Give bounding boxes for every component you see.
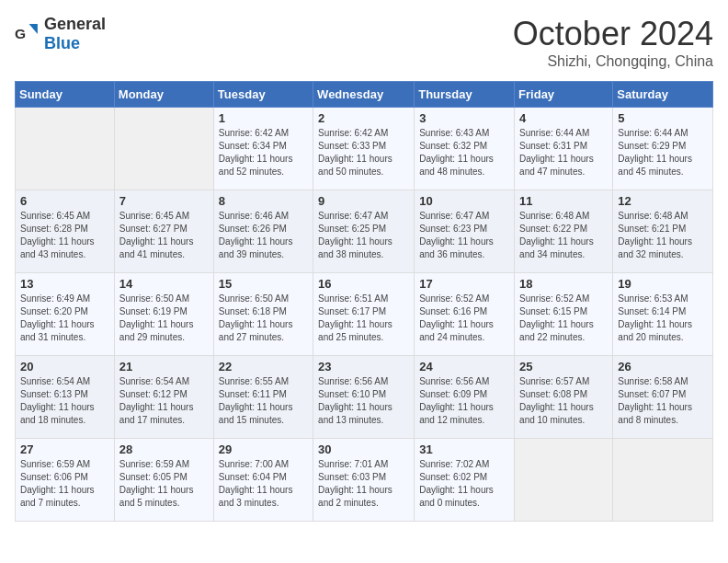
cell-info: Sunrise: 6:47 AM Sunset: 6:25 PM Dayligh… [318,210,409,261]
calendar-cell: 20Sunrise: 6:54 AM Sunset: 6:13 PM Dayli… [16,356,115,439]
calendar-cell: 19Sunrise: 6:53 AM Sunset: 6:14 PM Dayli… [613,273,713,356]
cell-info: Sunrise: 6:45 AM Sunset: 6:28 PM Dayligh… [20,210,109,261]
calendar-cell: 1Sunrise: 6:42 AM Sunset: 6:34 PM Daylig… [213,108,313,190]
calendar-cell: 14Sunrise: 6:50 AM Sunset: 6:19 PM Dayli… [114,273,213,356]
calendar-cell: 30Sunrise: 7:01 AM Sunset: 6:03 PM Dayli… [313,439,415,522]
cell-info: Sunrise: 6:56 AM Sunset: 6:10 PM Dayligh… [318,375,409,427]
calendar-cell: 23Sunrise: 6:56 AM Sunset: 6:10 PM Dayli… [313,356,415,439]
day-number: 13 [20,277,109,291]
day-number: 19 [618,277,708,291]
cell-info: Sunrise: 6:50 AM Sunset: 6:19 PM Dayligh… [119,293,209,344]
day-number: 6 [20,194,109,208]
cell-info: Sunrise: 6:51 AM Sunset: 6:17 PM Dayligh… [318,293,409,344]
day-number: 2 [318,111,409,125]
weekday-header: Friday [515,82,613,108]
day-number: 10 [419,194,509,208]
day-number: 4 [519,111,608,125]
day-number: 9 [318,194,409,208]
calendar-cell: 21Sunrise: 6:54 AM Sunset: 6:12 PM Dayli… [114,356,213,439]
calendar-cell: 26Sunrise: 6:58 AM Sunset: 6:07 PM Dayli… [613,356,713,439]
day-number: 5 [618,111,708,125]
calendar-week-row: 13Sunrise: 6:49 AM Sunset: 6:20 PM Dayli… [16,273,713,356]
cell-info: Sunrise: 6:52 AM Sunset: 6:16 PM Dayligh… [419,293,509,344]
day-number: 28 [119,442,209,456]
calendar-cell [515,439,613,522]
calendar-cell: 5Sunrise: 6:44 AM Sunset: 6:29 PM Daylig… [613,108,713,190]
month-title: October 2024 [513,15,713,53]
calendar-cell: 6Sunrise: 6:45 AM Sunset: 6:28 PM Daylig… [16,190,115,273]
calendar-week-row: 27Sunrise: 6:59 AM Sunset: 6:06 PM Dayli… [16,439,713,522]
day-number: 7 [119,194,209,208]
calendar-cell: 2Sunrise: 6:42 AM Sunset: 6:33 PM Daylig… [313,108,415,190]
weekday-header: Saturday [613,82,713,108]
calendar-cell: 12Sunrise: 6:48 AM Sunset: 6:21 PM Dayli… [613,190,713,273]
logo-icon: G [15,21,40,47]
day-number: 30 [318,442,409,456]
cell-info: Sunrise: 6:42 AM Sunset: 6:33 PM Dayligh… [318,127,409,178]
cell-info: Sunrise: 6:50 AM Sunset: 6:18 PM Dayligh… [219,293,308,344]
title-area: October 2024 Shizhi, Chongqing, China [513,15,713,70]
calendar-cell: 24Sunrise: 6:56 AM Sunset: 6:09 PM Dayli… [415,356,515,439]
weekday-header: Monday [114,82,213,108]
weekday-row: SundayMondayTuesdayWednesdayThursdayFrid… [16,82,713,108]
day-number: 20 [20,360,109,373]
day-number: 15 [219,277,308,291]
calendar-cell: 28Sunrise: 6:59 AM Sunset: 6:05 PM Dayli… [114,439,213,522]
calendar-cell: 25Sunrise: 6:57 AM Sunset: 6:08 PM Dayli… [515,356,613,439]
cell-info: Sunrise: 6:59 AM Sunset: 6:06 PM Dayligh… [20,458,109,510]
calendar-cell [613,439,713,522]
calendar-cell: 31Sunrise: 7:02 AM Sunset: 6:02 PM Dayli… [415,439,515,522]
cell-info: Sunrise: 6:52 AM Sunset: 6:15 PM Dayligh… [519,293,608,344]
day-number: 18 [519,277,608,291]
calendar-cell: 22Sunrise: 6:55 AM Sunset: 6:11 PM Dayli… [213,356,313,439]
calendar-cell: 29Sunrise: 7:00 AM Sunset: 6:04 PM Dayli… [213,439,313,522]
day-number: 31 [419,442,509,456]
weekday-header: Thursday [415,82,515,108]
svg-text:G: G [15,26,26,41]
weekday-header: Tuesday [213,82,313,108]
cell-info: Sunrise: 6:48 AM Sunset: 6:21 PM Dayligh… [618,210,708,261]
logo: G General Blue [15,15,106,53]
weekday-header: Wednesday [313,82,415,108]
cell-info: Sunrise: 6:55 AM Sunset: 6:11 PM Dayligh… [219,375,308,427]
calendar-cell: 16Sunrise: 6:51 AM Sunset: 6:17 PM Dayli… [313,273,415,356]
logo-text: General Blue [44,15,106,53]
svg-marker-1 [29,24,38,34]
day-number: 24 [419,360,509,373]
calendar-cell: 15Sunrise: 6:50 AM Sunset: 6:18 PM Dayli… [213,273,313,356]
day-number: 16 [318,277,409,291]
cell-info: Sunrise: 6:47 AM Sunset: 6:23 PM Dayligh… [419,210,509,261]
day-number: 12 [618,194,708,208]
calendar-cell: 17Sunrise: 6:52 AM Sunset: 6:16 PM Dayli… [415,273,515,356]
calendar-table: SundayMondayTuesdayWednesdayThursdayFrid… [15,81,713,522]
cell-info: Sunrise: 6:42 AM Sunset: 6:34 PM Dayligh… [219,127,308,178]
calendar-cell: 13Sunrise: 6:49 AM Sunset: 6:20 PM Dayli… [16,273,115,356]
cell-info: Sunrise: 6:46 AM Sunset: 6:26 PM Dayligh… [219,210,308,261]
day-number: 26 [618,360,708,373]
cell-info: Sunrise: 6:58 AM Sunset: 6:07 PM Dayligh… [618,375,708,427]
day-number: 22 [219,360,308,373]
cell-info: Sunrise: 6:45 AM Sunset: 6:27 PM Dayligh… [119,210,209,261]
day-number: 29 [219,442,308,456]
cell-info: Sunrise: 6:49 AM Sunset: 6:20 PM Dayligh… [20,293,109,344]
cell-info: Sunrise: 7:01 AM Sunset: 6:03 PM Dayligh… [318,458,409,510]
logo-general: General [44,15,106,33]
calendar-cell: 8Sunrise: 6:46 AM Sunset: 6:26 PM Daylig… [213,190,313,273]
cell-info: Sunrise: 6:53 AM Sunset: 6:14 PM Dayligh… [618,293,708,344]
calendar-cell: 10Sunrise: 6:47 AM Sunset: 6:23 PM Dayli… [415,190,515,273]
header: G General Blue October 2024 Shizhi, Chon… [15,15,713,70]
calendar-week-row: 20Sunrise: 6:54 AM Sunset: 6:13 PM Dayli… [16,356,713,439]
calendar-cell: 4Sunrise: 6:44 AM Sunset: 6:31 PM Daylig… [515,108,613,190]
cell-info: Sunrise: 6:48 AM Sunset: 6:22 PM Dayligh… [519,210,608,261]
cell-info: Sunrise: 6:59 AM Sunset: 6:05 PM Dayligh… [119,458,209,510]
day-number: 25 [519,360,608,373]
cell-info: Sunrise: 6:57 AM Sunset: 6:08 PM Dayligh… [519,375,608,427]
day-number: 1 [219,111,308,125]
cell-info: Sunrise: 6:44 AM Sunset: 6:31 PM Dayligh… [519,127,608,178]
day-number: 17 [419,277,509,291]
cell-info: Sunrise: 6:54 AM Sunset: 6:12 PM Dayligh… [119,375,209,427]
calendar-cell: 9Sunrise: 6:47 AM Sunset: 6:25 PM Daylig… [313,190,415,273]
cell-info: Sunrise: 7:02 AM Sunset: 6:02 PM Dayligh… [419,458,509,510]
logo-blue: Blue [44,34,80,52]
day-number: 27 [20,442,109,456]
